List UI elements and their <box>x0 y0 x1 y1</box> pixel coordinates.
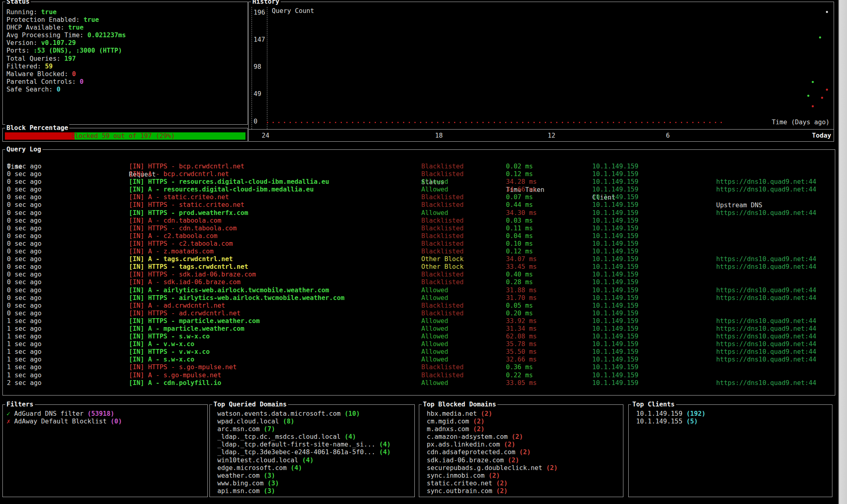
filters-panel: Filters ✓ AdGuard DNS filter (53918)✗ Ad… <box>2 404 208 497</box>
top-blocked-item: sync.inmobi.com (2) <box>423 472 621 479</box>
block-percentage-panel: Block Percentage Blocked 59 out of 197 (… <box>2 128 248 142</box>
block-percentage-red-segment <box>5 132 75 140</box>
history-dot-blocked <box>812 105 814 107</box>
top-blocked-item: hbx.media.net (2) <box>423 410 621 417</box>
status-item: Protection Enabled: true <box>6 16 126 23</box>
history-blocked-baseline <box>267 122 727 123</box>
query-log-row: 1 sec ago[IN] HTTPS - v.w-x.coAllowed35.… <box>3 348 835 355</box>
history-dot-allowed <box>812 81 814 83</box>
status-item: DHCP Available: true <box>6 23 126 31</box>
filters-title: Filters <box>5 400 35 408</box>
query-log-panel: Query Log Time Request Status Time Taken… <box>2 149 835 396</box>
query-log-row: 0 sec ago[IN] A - sdk.iad-06.braze.comBl… <box>3 278 835 286</box>
top-queried-domains-list: watson.events.data.microsoft.com (10) wp… <box>213 410 413 495</box>
query-log-rows: 0 sec ago[IN] HTTPS - bcp.crwdcntrl.netB… <box>3 162 835 387</box>
query-log-row: 0 sec ago[IN] A - static.criteo.netBlack… <box>3 193 835 201</box>
history-dot-allowed <box>807 95 809 97</box>
top-queried-domains-title: Top Queried Domains <box>212 400 288 408</box>
top-queried-domains-panel: Top Queried Domains watson.events.data.m… <box>209 404 415 497</box>
query-log-row: 1 sec ago[IN] A - v.w-x.coAllowed35.78 m… <box>3 340 835 348</box>
status-item: Running: true <box>6 8 126 16</box>
top-blocked-item: sdk.iad-06.braze.com (2) <box>423 456 621 464</box>
top-blocked-item: securepubads.g.doubleclick.net (2) <box>423 464 621 472</box>
x-tick-6: 6 <box>666 132 670 139</box>
top-queried-item: watson.events.data.microsoft.com (10) <box>213 410 413 417</box>
query-log-row: 0 sec ago[IN] A - c2.taboola.comBlacklis… <box>3 232 835 240</box>
top-queried-item: wpad.cloud.local (8) <box>213 417 413 425</box>
history-axis-separator <box>249 129 834 130</box>
history-dot-allowed <box>819 36 821 38</box>
top-queried-item: www.bing.com (3) <box>213 479 413 487</box>
top-blocked-item: cm.mgid.com (2) <box>423 417 621 425</box>
history-dot-blocked <box>821 97 823 99</box>
query-log-row: 0 sec ago[IN] HTTPS - sdk.iad-06.braze.c… <box>3 270 835 278</box>
top-blocked-item: m.adnxs.com (2) <box>423 425 621 433</box>
query-log-row: 0 sec ago[IN] A - airlytics-web.airlock.… <box>3 286 835 294</box>
status-item: Avg Processing Time: 0.021237ms <box>6 31 126 39</box>
status-panel-title: Status <box>5 0 31 5</box>
top-queried-item: _ldap._tcp.default-first-site-name._si..… <box>213 440 413 448</box>
filter-item: ✗ AdAway Default Blocklist (0) <box>6 417 206 425</box>
top-queried-item: api.msn.com (3) <box>213 487 413 495</box>
top-blocked-item: c.amazon-adsystem.com (2) <box>423 433 621 440</box>
query-log-row: 0 sec ago[IN] HTTPS - c2.taboola.comBlac… <box>3 240 835 247</box>
block-percentage-label: Blocked 59 out of 197 (29%) <box>71 132 175 140</box>
block-percentage-title: Block Percentage <box>5 124 69 132</box>
dns-dashboard-screen: { "status": { "title": "Status", "items"… <box>0 0 847 504</box>
query-log-row: 2 sec ago[IN] A - cdn.polyfill.ioAllowed… <box>3 379 835 387</box>
filters-list: ✓ AdGuard DNS filter (53918)✗ AdAway Def… <box>6 410 206 425</box>
history-time-axis-label: Time (Days ago) <box>772 118 830 126</box>
x-tick-18: 18 <box>435 132 443 139</box>
x-tick-12: 12 <box>548 132 555 139</box>
x-icon: ✗ <box>6 417 14 425</box>
query-log-row: 0 sec ago[IN] A - ad.crwdcntrl.netBlackl… <box>3 302 835 309</box>
query-log-row: 1 sec ago[IN] A - mparticle.weather.comA… <box>3 325 835 332</box>
filter-item: ✓ AdGuard DNS filter (53918) <box>6 410 206 417</box>
query-log-row: 0 sec ago[IN] HTTPS - resources.digital-… <box>3 178 835 185</box>
query-log-title: Query Log <box>5 145 43 153</box>
top-clients-title: Top Clients <box>631 400 676 408</box>
query-log-row: 1 sec ago[IN] A - s.go-mpulse.netBlackli… <box>3 371 835 379</box>
top-blocked-item: cdn.adsafeprotected.com (2) <box>423 448 621 456</box>
query-log-row: 0 sec ago[IN] HTTPS - prod.weatherfx.com… <box>3 209 835 217</box>
top-blocked-domains-panel: Top Blocked Domains hbx.media.net (2) cm… <box>419 404 623 497</box>
status-item: Version: v0.107.29 <box>6 39 126 47</box>
query-log-row: 0 sec ago[IN] HTTPS - airlytics-web.airl… <box>3 294 835 302</box>
history-panel: History 19614798490 Query Count Time (Da… <box>248 2 834 142</box>
top-blocked-domains-title: Top Blocked Domains <box>422 400 497 408</box>
top-queried-item: win10test.cloud.local (4) <box>213 456 413 464</box>
history-dot-total-queries <box>826 11 828 13</box>
query-log-row: 0 sec ago[IN] A - z.moatads.comBlacklist… <box>3 247 835 255</box>
query-log-row: 1 sec ago[IN] HTTPS - s.w-x.coAllowed62.… <box>3 332 835 340</box>
top-queried-item: arc.msn.com (7) <box>213 425 413 433</box>
status-item: Total Queries: 197 <box>6 55 126 62</box>
top-queried-item: weather.com (3) <box>213 472 413 479</box>
query-log-row: 0 sec ago[IN] A - tags.crwdcntrl.netOthe… <box>3 255 835 263</box>
top-blocked-item: static.criteo.net (2) <box>423 479 621 487</box>
query-log-row: 0 sec ago[IN] HTTPS - static.criteo.netB… <box>3 201 835 208</box>
top-clients-panel: Top Clients 10.1.149.159 (192) 10.1.149.… <box>628 404 832 497</box>
status-item: Ports: :53 (DNS), :3000 (HTTP) <box>6 47 126 54</box>
query-log-header-row: Time Request Status Time Taken Client Up… <box>3 155 835 163</box>
status-item: Filtered: 59 <box>6 62 126 70</box>
history-dot-blocked <box>826 89 828 91</box>
query-log-row: 1 sec ago[IN] A - s.w-x.coAllowed32.66 m… <box>3 355 835 363</box>
query-log-row: 0 sec ago[IN] HTTPS - tags.crwdcntrl.net… <box>3 263 835 270</box>
query-log-row: 0 sec ago[IN] A - bcp.crwdcntrl.netBlack… <box>3 170 835 178</box>
x-tick-today: Today <box>812 132 831 139</box>
top-blocked-domains-list: hbx.media.net (2) cm.mgid.com (2) m.adnx… <box>423 410 621 495</box>
top-client-item: 10.1.149.155 (5) <box>632 417 830 425</box>
block-percentage-gauge: Blocked 59 out of 197 (29%) <box>5 132 245 140</box>
query-log-row: 0 sec ago[IN] A - cdn.taboola.comBlackli… <box>3 217 835 224</box>
status-item: Parental Controls: 0 <box>6 78 126 85</box>
history-x-tick-labels: 24 18 12 6 Today <box>249 132 834 140</box>
terminal-scrollbar[interactable] <box>838 0 847 504</box>
x-tick-24: 24 <box>262 132 269 139</box>
query-log-row: 0 sec ago[IN] HTTPS - ad.crwdcntrl.netBl… <box>3 309 835 317</box>
top-client-item: 10.1.149.159 (192) <box>632 410 830 417</box>
status-list: Running: trueProtection Enabled: trueDHC… <box>6 8 126 93</box>
top-queried-item: _ldap._tcp.dc._msdcs.cloud.local (4) <box>213 433 413 440</box>
query-log-row: 1 sec ago[IN] HTTPS - mparticle.weather.… <box>3 317 835 325</box>
top-clients-list: 10.1.149.159 (192) 10.1.149.155 (5) <box>632 410 830 425</box>
status-item: Malware Blocked: 0 <box>6 70 126 78</box>
